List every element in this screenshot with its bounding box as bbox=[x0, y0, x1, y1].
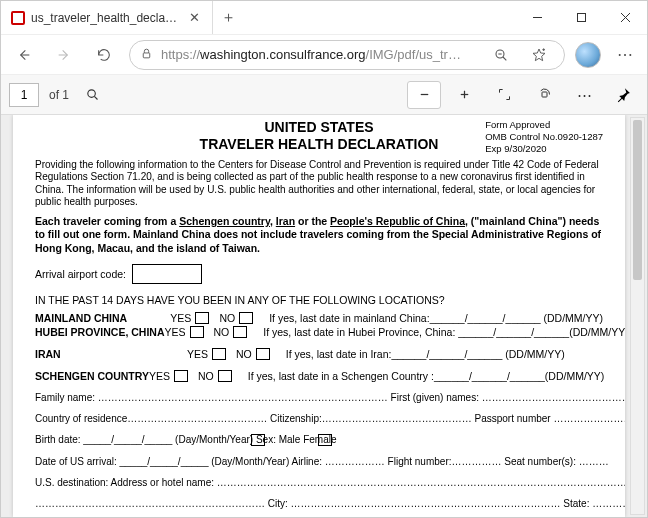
location-row-iran: IRAN YES NO If yes, last date in Iran:__… bbox=[35, 348, 603, 360]
zoom-in-button[interactable] bbox=[447, 81, 481, 109]
favicon-icon bbox=[11, 11, 25, 25]
profile-avatar[interactable] bbox=[575, 42, 601, 68]
browser-window: us_traveler_health_declaration_1… ✕ ＋ ht… bbox=[0, 0, 648, 518]
intro-paragraph: Providing the following information to t… bbox=[35, 159, 603, 209]
page-number-input[interactable] bbox=[9, 83, 39, 107]
pin-toolbar-button[interactable] bbox=[607, 79, 639, 111]
doc-title-line1: UNITED STATES bbox=[200, 119, 439, 136]
vertical-scrollbar[interactable] bbox=[630, 117, 645, 515]
tab-title: us_traveler_health_declaration_1… bbox=[31, 11, 181, 25]
location-row-mainland-china: MAINLAND CHINA YES NO If yes, last date … bbox=[35, 312, 603, 324]
pdf-toolbar: of 1 ⋯ bbox=[1, 75, 647, 115]
lock-icon bbox=[140, 47, 153, 63]
new-tab-button[interactable]: ＋ bbox=[213, 1, 243, 34]
arrival-airport-box bbox=[132, 264, 202, 284]
rotate-button[interactable] bbox=[527, 81, 561, 109]
field-us-destination: U.S. destination: Address or hotel name:… bbox=[35, 477, 603, 488]
scrollbar-thumb[interactable] bbox=[633, 120, 642, 280]
window-close-button[interactable] bbox=[603, 1, 647, 34]
arrival-airport-row: Arrival airport code: bbox=[35, 264, 603, 284]
doc-title-line2: TRAVELER HEALTH DECLARATION bbox=[200, 136, 439, 153]
svg-rect-1 bbox=[577, 14, 585, 22]
field-city-state: …………………………………………………………… City: …………………………… bbox=[35, 498, 603, 509]
url-text: https://washington.consulfrance.org/IMG/… bbox=[161, 47, 478, 62]
field-us-arrival: Date of US arrival: _____/_____/_____ (D… bbox=[35, 456, 603, 467]
svg-rect-6 bbox=[143, 52, 150, 57]
field-family-name: Family name: ………………………………………………………………………… bbox=[35, 392, 603, 403]
back-button[interactable] bbox=[9, 40, 39, 70]
zoom-indicator-icon[interactable] bbox=[486, 40, 516, 70]
favorite-button[interactable] bbox=[524, 40, 554, 70]
window-minimize-button[interactable] bbox=[515, 1, 559, 34]
pdf-page: UNITED STATES TRAVELER HEALTH DECLARATIO… bbox=[13, 115, 625, 517]
location-row-schengen: SCHENGEN COUNTRY YES NO If yes, last dat… bbox=[35, 370, 603, 382]
window-maximize-button[interactable] bbox=[559, 1, 603, 34]
svg-rect-18 bbox=[542, 92, 547, 97]
url-input[interactable]: https://washington.consulfrance.org/IMG/… bbox=[129, 40, 565, 70]
page-count-label: of 1 bbox=[49, 88, 69, 102]
pdf-more-button[interactable]: ⋯ bbox=[567, 81, 601, 109]
refresh-button[interactable] bbox=[89, 40, 119, 70]
zoom-out-button[interactable] bbox=[407, 81, 441, 109]
forward-button[interactable] bbox=[49, 40, 79, 70]
location-row-hubei: HUBEI PROVINCE, CHINA YES NO If yes, las… bbox=[35, 326, 603, 338]
browser-menu-button[interactable]: ⋯ bbox=[611, 45, 639, 64]
fit-page-button[interactable] bbox=[487, 81, 521, 109]
titlebar: us_traveler_health_declaration_1… ✕ ＋ bbox=[1, 1, 647, 35]
pdf-search-button[interactable] bbox=[75, 81, 109, 109]
svg-line-14 bbox=[94, 96, 97, 99]
instruction-paragraph: Each traveler coming from a Schengen cou… bbox=[35, 215, 603, 256]
field-birth: Birth date: _____/_____/_____ (Day/Month… bbox=[35, 434, 603, 446]
form-approval-block: Form Approved OMB Control No.0920-1287 E… bbox=[485, 119, 603, 155]
svg-line-8 bbox=[503, 57, 506, 60]
address-bar: https://washington.consulfrance.org/IMG/… bbox=[1, 35, 647, 75]
arrival-airport-label: Arrival airport code: bbox=[35, 268, 126, 280]
pdf-viewport[interactable]: UNITED STATES TRAVELER HEALTH DECLARATIO… bbox=[1, 115, 647, 517]
titlebar-drag-area[interactable] bbox=[243, 1, 515, 34]
browser-tab[interactable]: us_traveler_health_declaration_1… ✕ bbox=[1, 1, 213, 34]
past-14-days-question: IN THE PAST 14 DAYS HAVE YOU BEEN IN ANY… bbox=[35, 294, 603, 306]
tab-close-button[interactable]: ✕ bbox=[187, 8, 202, 27]
svg-point-13 bbox=[87, 90, 95, 98]
field-country: Country of residence…………………………………… Citiz… bbox=[35, 413, 603, 424]
